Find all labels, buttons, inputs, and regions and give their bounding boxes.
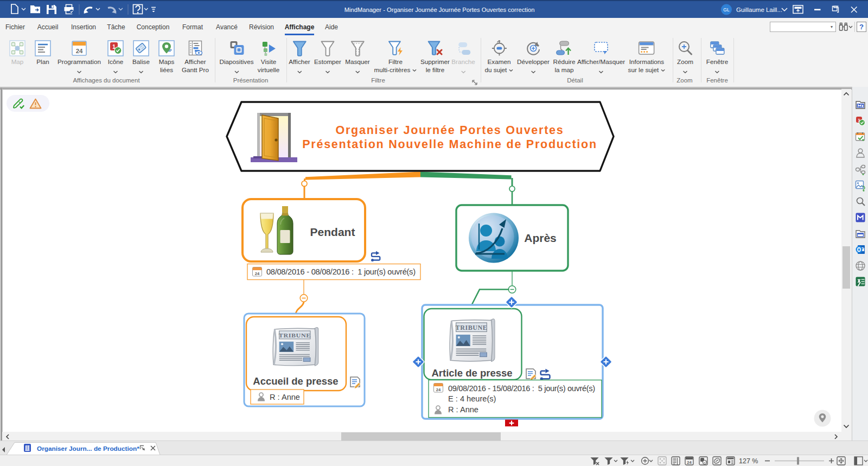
svg-text:Pendant: Pendant <box>310 226 355 238</box>
svg-text:Guillaume Laill...: Guillaume Laill... <box>736 7 782 13</box>
svg-text:24: 24 <box>255 271 260 276</box>
svg-text:08/08/2016 - 08/08/2016 : 1 j: 08/08/2016 - 08/08/2016 : 1 jour(s) ouvr… <box>266 267 416 276</box>
svg-text:Article de presse: Article de presse <box>431 367 512 379</box>
svg-text:24: 24 <box>687 460 692 465</box>
svg-text:R : Anne: R : Anne <box>270 393 300 401</box>
svg-text:MindManager - Organiser Journé: MindManager - Organiser Journée Journée … <box>344 7 535 13</box>
svg-text:Organiser Journ... de Producti: Organiser Journ... de Production* <box>37 445 139 452</box>
svg-text:Présentation Nouvelle Machine: Présentation Nouvelle Machine de Product… <box>302 138 597 151</box>
svg-text:09/08/2016 - 15/08/2016 : 5 j: 09/08/2016 - 15/08/2016 : 5 jour(s) ouvr… <box>448 384 595 393</box>
svg-text:Organiser Journée Portes Ouver: Organiser Journée Portes Ouvertes <box>335 124 564 137</box>
svg-text:Accueil de presse: Accueil de presse <box>253 375 338 387</box>
svg-text:E : 4 heure(s): E : 4 heure(s) <box>448 394 496 403</box>
svg-text:24: 24 <box>436 387 441 392</box>
svg-text:GL: GL <box>723 7 730 12</box>
svg-text:Après: Après <box>524 232 557 244</box>
svg-text:127 %: 127 % <box>739 457 758 465</box>
svg-text:R : Anne: R : Anne <box>448 405 478 414</box>
svg-text:24: 24 <box>76 48 83 54</box>
